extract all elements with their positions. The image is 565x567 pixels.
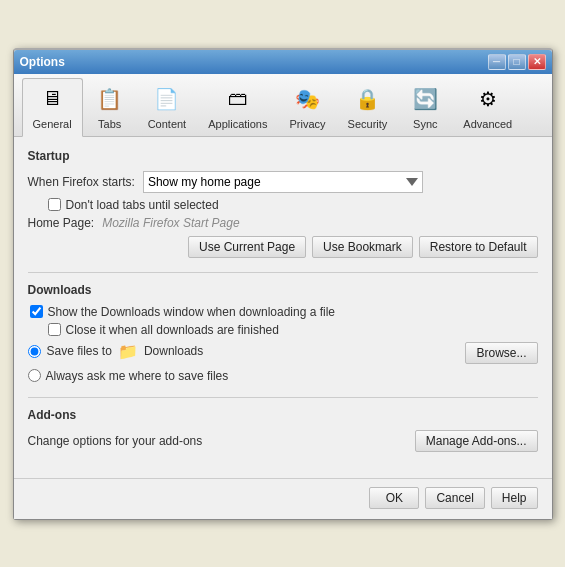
general-icon: 🖥 [36,83,68,115]
tab-content[interactable]: 📄 Content [137,78,198,136]
restore-to-default-button[interactable]: Restore to Default [419,236,538,258]
folder-name: Downloads [144,344,203,358]
help-button[interactable]: Help [491,487,538,509]
manage-addons-button[interactable]: Manage Add-ons... [415,430,538,452]
maximize-button[interactable]: □ [508,54,526,70]
privacy-icon: 🎭 [292,83,324,115]
tab-privacy[interactable]: 🎭 Privacy [279,78,337,136]
cancel-button[interactable]: Cancel [425,487,484,509]
ok-button[interactable]: OK [369,487,419,509]
tab-tabs[interactable]: 📋 Tabs [83,78,137,136]
home-page-value: Mozilla Firefox Start Page [102,216,239,230]
always-ask-radio[interactable] [28,369,41,382]
tab-sync-label: Sync [413,118,437,130]
security-icon: 🔒 [351,83,383,115]
save-files-radio[interactable] [28,345,41,358]
title-bar-buttons: ─ □ ✕ [488,54,546,70]
addons-row: Change options for your add-ons Manage A… [28,430,538,452]
use-bookmark-button[interactable]: Use Bookmark [312,236,413,258]
always-ask-label: Always ask me where to save files [46,369,229,383]
downloads-title: Downloads [28,283,538,297]
divider-2 [28,397,538,398]
downloads-section: Downloads Show the Downloads window when… [28,283,538,383]
divider-1 [28,272,538,273]
tab-general-label: General [33,118,72,130]
tabs-icon: 📋 [94,83,126,115]
toolbar: 🖥 General 📋 Tabs 📄 Content 🗃 Application… [14,74,552,137]
dont-load-tabs-label: Don't load tabs until selected [66,198,219,212]
addons-title: Add-ons [28,408,538,422]
tab-applications[interactable]: 🗃 Applications [197,78,278,136]
when-firefox-starts-row: When Firefox starts: Show my home pageSh… [28,171,538,193]
tab-advanced[interactable]: ⚙ Advanced [452,78,523,136]
startup-section: Startup When Firefox starts: Show my hom… [28,149,538,258]
tab-advanced-label: Advanced [463,118,512,130]
window-title: Options [20,55,65,69]
use-current-page-button[interactable]: Use Current Page [188,236,306,258]
content-icon: 📄 [151,83,183,115]
tab-privacy-label: Privacy [290,118,326,130]
advanced-icon: ⚙ [472,83,504,115]
folder-icon: 📁 [118,342,138,361]
startup-button-row: Use Current Page Use Bookmark Restore to… [28,236,538,258]
options-window: Options ─ □ ✕ 🖥 General 📋 Tabs 📄 Content… [13,48,553,520]
show-downloads-window-label: Show the Downloads window when downloadi… [48,305,336,319]
change-options-label: Change options for your add-ons [28,434,203,448]
save-files-row: Save files to 📁 Downloads [28,342,466,361]
startup-select[interactable]: Show my home pageShow a blank pageShow m… [143,171,423,193]
when-firefox-label: When Firefox starts: [28,175,135,189]
save-files-label: Save files to [47,344,112,358]
tab-sync[interactable]: 🔄 Sync [398,78,452,136]
tab-applications-label: Applications [208,118,267,130]
tab-content-label: Content [148,118,187,130]
home-page-row: Home Page: Mozilla Firefox Start Page [28,216,538,230]
minimize-button[interactable]: ─ [488,54,506,70]
footer: OK Cancel Help [14,478,552,519]
dont-load-tabs-row: Don't load tabs until selected [28,198,538,212]
dont-load-tabs-checkbox[interactable] [48,198,61,211]
tab-security[interactable]: 🔒 Security [337,78,399,136]
addons-section: Add-ons Change options for your add-ons … [28,408,538,452]
close-button[interactable]: ✕ [528,54,546,70]
home-page-label: Home Page: [28,216,95,230]
startup-title: Startup [28,149,538,163]
title-bar: Options ─ □ ✕ [14,50,552,74]
sync-icon: 🔄 [409,83,441,115]
browse-button[interactable]: Browse... [465,342,537,364]
show-downloads-window-checkbox[interactable] [30,305,43,318]
main-content: Startup When Firefox starts: Show my hom… [14,137,552,478]
close-when-done-label: Close it when all downloads are finished [66,323,279,337]
show-downloads-window-row: Show the Downloads window when downloadi… [28,305,538,319]
tab-tabs-label: Tabs [98,118,121,130]
always-ask-row: Always ask me where to save files [28,369,538,383]
close-when-done-checkbox[interactable] [48,323,61,336]
tab-general[interactable]: 🖥 General [22,78,83,137]
close-when-done-row: Close it when all downloads are finished [28,323,538,337]
tab-security-label: Security [348,118,388,130]
applications-icon: 🗃 [222,83,254,115]
